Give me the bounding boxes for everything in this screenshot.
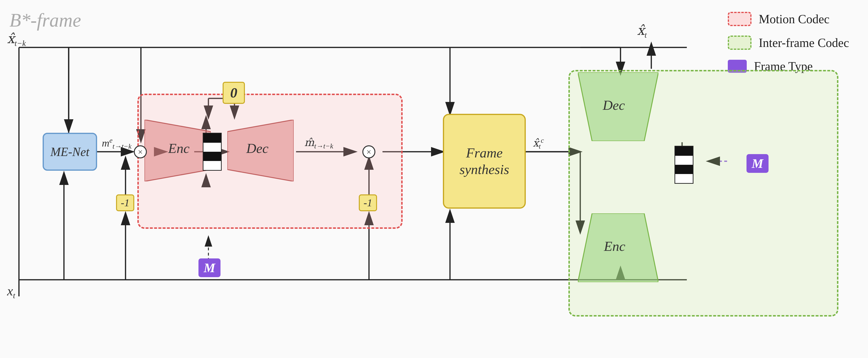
x-hat-c-label: x̂tc: [533, 136, 544, 150]
frame-synthesis-label: Frame synthesis: [444, 145, 525, 177]
svg-text:Dec: Dec: [602, 98, 625, 113]
frame-synthesis-block: Frame synthesis: [443, 114, 526, 209]
svg-text:Enc: Enc: [168, 141, 189, 156]
legend-inter-label: Inter-frame Codec: [758, 36, 849, 50]
circle-node-2: ×: [362, 145, 375, 158]
quantizer-motion: [203, 133, 222, 171]
me-net-label: ME-Net: [51, 145, 90, 159]
me-net-block: ME-Net: [43, 133, 97, 171]
dec-motion-block: Dec: [227, 120, 294, 182]
x-t-label: xt: [7, 283, 15, 300]
legend-inter-codec: Inter-frame Codec: [728, 35, 849, 50]
m-hat-label: m̂t→t−k: [304, 136, 333, 150]
minus-one-box-1: -1: [116, 194, 134, 211]
m-badge-inter: M: [746, 154, 769, 173]
m-e-label: met→t−k: [102, 136, 131, 150]
legend-motion-icon: [728, 12, 751, 26]
circle-node-1: ×: [134, 145, 147, 158]
zero-box: 0: [223, 82, 245, 104]
enc-inter-block: Enc: [578, 213, 658, 282]
legend-inter-icon: [728, 35, 751, 50]
dec-inter-block: Dec: [578, 72, 658, 141]
minus-one-box-2: -1: [359, 194, 377, 211]
x-hat-t-label: x̂t: [637, 23, 647, 39]
quantizer-inter: [675, 146, 693, 184]
svg-text:Dec: Dec: [246, 141, 269, 156]
legend: Motion Codec Inter-frame Codec Frame Typ…: [728, 12, 849, 73]
m-badge-motion: M: [198, 258, 220, 277]
enc-motion-block: Enc: [145, 120, 211, 182]
legend-motion-label: Motion Codec: [758, 12, 829, 26]
x-hat-t-minus-k-label: x̂t−k: [7, 31, 26, 48]
svg-text:Enc: Enc: [604, 239, 625, 254]
page-title: B*-frame: [9, 9, 81, 31]
diagram-container: B*-frame Motion Codec Inter-frame Codec …: [0, 0, 868, 358]
legend-motion-codec: Motion Codec: [728, 12, 849, 26]
